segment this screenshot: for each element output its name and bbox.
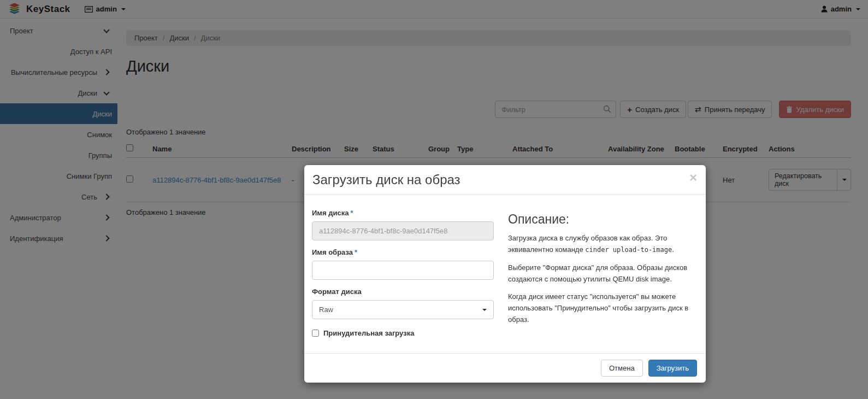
image-name-field[interactable] <box>312 261 494 280</box>
modal-footer: Отмена Загрузить <box>304 353 706 383</box>
disk-name-label: Имя диска* <box>312 209 494 217</box>
required-asterisk: * <box>355 248 357 256</box>
description-heading: Описание: <box>508 212 698 227</box>
close-icon[interactable]: × <box>689 172 697 183</box>
description-paragraph-1: Загрузка диска в службу образов как обра… <box>508 232 698 256</box>
disk-format-select[interactable]: Raw <box>312 300 494 319</box>
required-asterisk: * <box>350 209 353 217</box>
select-caret-icon <box>482 309 487 311</box>
description-paragraph-3: Когда диск имеет статус "используется" в… <box>508 291 698 325</box>
description-paragraph-2: Выберите "Формат диска" для образа. Обра… <box>508 262 698 285</box>
force-upload-label: Принудительная загрузка <box>323 329 414 337</box>
modal-description-panel: Описание: Загрузка диска в службу образо… <box>508 209 698 337</box>
disk-name-field <box>312 221 494 240</box>
upload-submit-button[interactable]: Загрузить <box>648 360 697 377</box>
cancel-button[interactable]: Отмена <box>601 360 643 377</box>
upload-to-image-modal: Загрузить диск на образ × Имя диска* Имя… <box>304 165 706 383</box>
force-upload-row: Принудительная загрузка <box>312 329 494 337</box>
cli-command: cinder upload-to-image <box>585 246 672 254</box>
modal-header: Загрузить диск на образ × <box>304 165 706 195</box>
modal-body: Имя диска* Имя образа* Формат диска Raw … <box>304 195 706 337</box>
force-upload-checkbox[interactable] <box>312 330 319 337</box>
image-name-label: Имя образа* <box>312 248 494 256</box>
upload-form: Имя диска* Имя образа* Формат диска Raw … <box>312 209 494 337</box>
disk-format-selected-value: Raw <box>319 306 333 314</box>
modal-title: Загрузить диск на образ <box>312 172 460 187</box>
disk-format-label: Формат диска <box>312 287 494 296</box>
